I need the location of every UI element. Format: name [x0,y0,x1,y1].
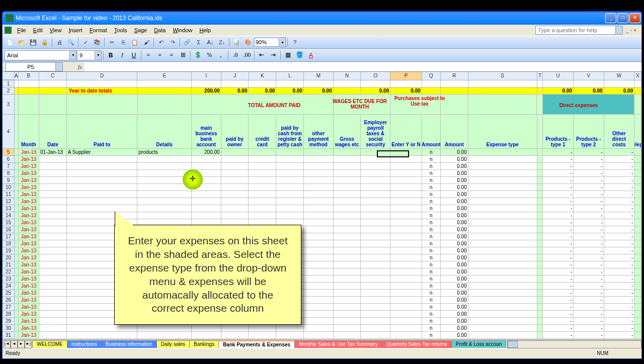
cell[interactable]: - [574,268,604,276]
cell[interactable] [39,261,67,268]
cell[interactable] [192,332,221,339]
cell[interactable] [334,276,361,283]
cell[interactable] [468,80,537,87]
cell[interactable] [15,177,19,184]
cell[interactable]: 0.00 [441,268,468,276]
cell[interactable] [543,80,574,87]
cell[interactable] [390,240,422,247]
cell[interactable] [441,87,468,95]
cell[interactable] [441,80,468,87]
rowhead-13[interactable]: 13 [3,205,15,212]
cell[interactable]: - [574,297,604,304]
rowhead-18[interactable]: 18 [3,240,15,247]
cell[interactable] [137,191,191,198]
cell[interactable] [137,170,191,177]
cell[interactable] [67,205,138,212]
cell[interactable]: Amount [422,115,441,149]
formula-input[interactable] [84,62,641,71]
cell[interactable] [390,332,422,339]
cell[interactable] [39,191,67,198]
cell[interactable]: n [422,283,441,290]
cell[interactable] [361,177,390,184]
rowhead-2[interactable]: 2 [3,87,15,95]
cell[interactable] [39,87,67,95]
cell[interactable]: n [422,254,441,261]
cell[interactable]: Jan-13 [19,254,39,261]
tab-monthly-sales-use-tax-summary[interactable]: Monthly Sales & Use Tax Summary [294,340,382,348]
cell[interactable] [468,325,537,332]
cell[interactable] [634,276,641,283]
cell[interactable]: - [604,198,635,205]
cell[interactable]: 0.00 [276,87,304,95]
cell[interactable]: n [422,318,441,325]
currency-button[interactable]: 💲 [192,50,203,61]
cell[interactable]: 0.00 [441,226,468,233]
cell[interactable]: Other direct costs [604,115,635,149]
cell[interactable]: - [574,325,604,332]
rowhead-10[interactable]: 10 [3,184,15,191]
tab-next-button[interactable]: ► [18,340,25,348]
cell[interactable] [390,198,422,205]
cell[interactable]: 0.00 [441,304,468,311]
cell[interactable] [39,212,67,219]
cell[interactable]: - [604,247,635,254]
cell[interactable] [15,198,19,205]
cell[interactable] [276,163,304,170]
cell[interactable]: Month [19,115,39,149]
help-search[interactable] [535,26,616,35]
cell[interactable] [361,198,390,205]
cell[interactable]: Jan-13 [19,198,39,205]
cell[interactable] [468,226,537,233]
name-box-dropdown[interactable] [56,62,63,71]
cell[interactable] [15,240,19,247]
cell[interactable]: main business bank account [192,115,221,149]
tab-bankings[interactable]: Bankings [189,340,219,348]
autosum-icon[interactable]: Σ [193,37,204,48]
rowhead-12[interactable]: 12 [3,198,15,205]
cell[interactable] [468,177,537,184]
cell[interactable] [15,163,19,170]
fill-color-button[interactable]: 🪣 [294,50,305,61]
cell[interactable] [276,80,304,87]
cell[interactable]: Details [137,115,191,149]
tab-daily-sales[interactable]: Daily sales [156,340,190,348]
maximize-button[interactable]: □ [617,13,628,23]
cell[interactable]: Teleph [634,115,641,149]
cell[interactable]: - [543,304,574,311]
cell[interactable] [304,191,334,198]
cell[interactable] [15,297,19,304]
cell[interactable]: - [604,332,635,339]
cell[interactable]: - [574,261,604,268]
cell[interactable] [634,149,641,156]
cell[interactable] [361,318,390,325]
cell[interactable]: Jan-13 [19,184,39,191]
cell[interactable] [15,87,19,95]
cell[interactable] [221,198,249,205]
cell[interactable] [304,325,334,332]
cell[interactable]: Jan-13 [19,149,39,156]
cell[interactable] [361,191,390,198]
cell[interactable]: - [543,170,574,177]
cell[interactable]: - [543,268,574,276]
cell[interactable] [468,304,537,311]
cell[interactable] [249,80,276,87]
cell[interactable] [276,212,304,219]
menu-view[interactable]: View [46,26,65,34]
cell[interactable] [361,226,390,233]
cell[interactable]: 0.00 [441,254,468,261]
cell[interactable] [276,149,304,156]
tab-first-button[interactable]: |◄ [4,340,11,348]
cell[interactable] [634,318,641,325]
cell[interactable] [39,318,67,325]
cell[interactable]: - [604,149,635,156]
cell[interactable] [390,205,422,212]
cell[interactable] [15,304,19,311]
cell[interactable] [390,163,422,170]
cell[interactable]: Jan-13 [19,311,39,318]
cell[interactable]: Year to date totals [67,87,138,95]
cell[interactable]: Expense type [468,115,537,149]
cell[interactable] [634,247,641,254]
cell[interactable] [537,311,543,318]
cell[interactable] [634,261,641,268]
cell[interactable] [39,283,67,290]
